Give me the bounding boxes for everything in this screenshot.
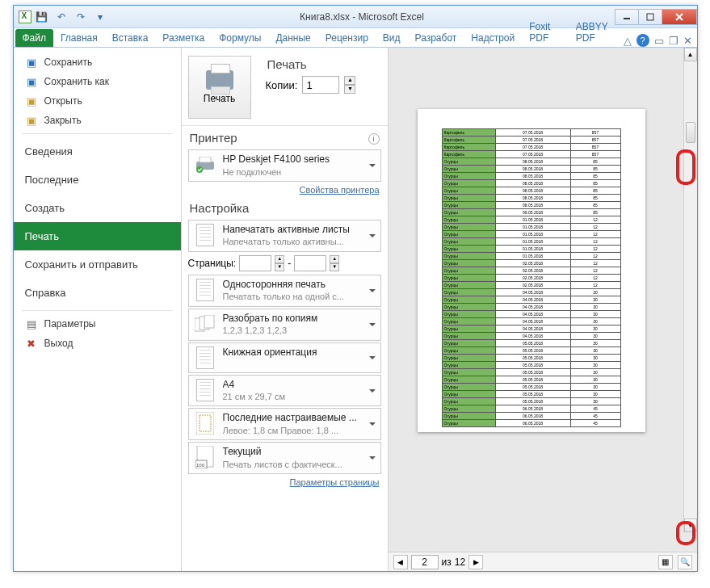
one-side-icon bbox=[194, 279, 216, 301]
nav-item-Создать[interactable]: Создать bbox=[14, 194, 181, 222]
sheets-icon bbox=[194, 224, 216, 246]
total-pages: 12 bbox=[455, 556, 465, 568]
page-to-input[interactable] bbox=[294, 255, 326, 271]
page-from-spinner[interactable]: ▲▼ bbox=[275, 255, 284, 271]
table-row: Огурцы04.05.201830 bbox=[442, 289, 620, 296]
preview-vertical-scrollbar[interactable]: ▲ ▼ bbox=[683, 48, 697, 532]
table-row: Огурцы01.05.201812 bbox=[442, 253, 620, 260]
print-what-selector[interactable]: Напечатать активные листы Напечатать тол… bbox=[188, 220, 381, 252]
ribbon-tab-вид[interactable]: Вид bbox=[376, 29, 408, 47]
portrait-icon bbox=[194, 346, 216, 369]
ribbon-tab-главная[interactable]: Главная bbox=[53, 29, 105, 47]
sides-selector[interactable]: Односторонняя печатьПечатать только на о… bbox=[188, 275, 381, 307]
table-row: Огурцы05.05.201830 bbox=[442, 362, 620, 369]
table-row: Огурцы02.05.201812 bbox=[442, 260, 620, 267]
current-page-input[interactable] bbox=[411, 555, 439, 569]
collate-selector[interactable]: Разобрать по копиям1,2,3 1,2,3 1,2,3 bbox=[188, 309, 381, 341]
nav-open-icon[interactable]: ▣Открыть bbox=[14, 91, 181, 111]
orientation-selector[interactable]: Книжная ориентация bbox=[188, 342, 381, 373]
app-name: Microsoft Excel bbox=[359, 11, 424, 23]
prev-page-button[interactable]: ◀ bbox=[393, 555, 408, 569]
table-row: Огурцы01.05.201812 bbox=[442, 224, 620, 231]
ribbon-tab-вставка[interactable]: Вставка bbox=[105, 29, 156, 47]
nav-item-Сведения[interactable]: Сведения bbox=[14, 137, 181, 166]
table-row: Огурцы05.05.201830 bbox=[442, 369, 620, 376]
table-row: Огурцы05.05.201830 bbox=[442, 340, 620, 347]
qat-redo-button[interactable]: ↷ bbox=[72, 8, 90, 26]
dropdown-arrow-icon bbox=[369, 456, 376, 463]
page-setup-link[interactable]: Параметры страницы bbox=[290, 477, 380, 487]
dropdown-arrow-icon bbox=[369, 323, 376, 330]
nav-options-icon[interactable]: ▤Параметры bbox=[14, 314, 181, 334]
zoom-to-page-button[interactable]: 🔍 bbox=[678, 555, 692, 569]
nav-item-Справка[interactable]: Справка bbox=[14, 279, 181, 307]
maximize-button[interactable] bbox=[638, 9, 662, 25]
ribbon-tab-разметка[interactable]: Разметка bbox=[155, 29, 212, 47]
margins-icon bbox=[194, 412, 216, 435]
table-row: Огурцы05.05.201830 bbox=[442, 398, 620, 405]
mdi-restore-button[interactable]: ❐ bbox=[669, 35, 678, 47]
printer-properties-link[interactable]: Свойства принтера bbox=[300, 185, 380, 195]
ribbon-tab-формулы[interactable]: Формулы bbox=[212, 29, 268, 47]
copies-input[interactable] bbox=[302, 76, 339, 94]
ribbon-tab-рецензир[interactable]: Рецензир bbox=[318, 29, 376, 47]
ribbon-minimize-button[interactable]: △ bbox=[624, 35, 632, 47]
ribbon-tab-файл[interactable]: Файл bbox=[15, 29, 54, 47]
scroll-thumb[interactable] bbox=[686, 122, 695, 143]
printer-section-title: Принтер bbox=[190, 131, 380, 145]
mdi-close-button[interactable]: ✕ bbox=[683, 35, 692, 47]
save-icon: ▣ bbox=[25, 56, 38, 69]
table-row: Огурцы06.05.201845 bbox=[442, 420, 620, 427]
ribbon-tab-разработ[interactable]: Разработ bbox=[408, 29, 464, 47]
ribbon-tab-надстрой[interactable]: Надстрой bbox=[464, 29, 522, 47]
ribbon-tab-данные[interactable]: Данные bbox=[268, 29, 317, 47]
ribbon-tab-foxit pdf[interactable]: Foxit PDF bbox=[522, 18, 569, 47]
quick-access-toolbar: 💾 ↶ ↷ ▾ bbox=[14, 8, 109, 26]
nav-close-file-icon[interactable]: ▣Закрыть bbox=[14, 111, 181, 130]
help-button[interactable]: ? bbox=[636, 34, 649, 47]
qat-undo-button[interactable]: ↶ bbox=[53, 8, 70, 26]
printer-info-icon[interactable]: i bbox=[368, 133, 380, 145]
ribbon-tools: △ ? ▭ ❐ ✕ bbox=[624, 34, 697, 47]
nav-exit-icon[interactable]: ✖Выход bbox=[14, 334, 181, 353]
table-row: Огурцы05.05.201830 bbox=[442, 384, 620, 391]
table-row: Огурцы08.05.201885 bbox=[442, 158, 620, 166]
backstage-view: ▣Сохранить▣Сохранить как▣Открыть▣Закрыть… bbox=[14, 48, 697, 571]
nav-item-Печать[interactable]: Печать bbox=[14, 222, 181, 250]
paper-icon bbox=[194, 379, 216, 401]
dropdown-arrow-icon bbox=[369, 234, 376, 241]
options-icon: ▤ bbox=[25, 317, 38, 330]
dropdown-arrow-icon bbox=[369, 356, 376, 363]
scroll-up-button[interactable]: ▲ bbox=[684, 48, 697, 61]
table-row: Огурцы09.05.201885 bbox=[442, 209, 620, 216]
pages-range: Страницы: ▲▼ - ▲▼ bbox=[188, 255, 381, 271]
dropdown-arrow-icon bbox=[369, 422, 376, 429]
copies-spinner[interactable]: ▲▼ bbox=[344, 76, 355, 94]
printer-selector[interactable]: HP Deskjet F4100 series Не подключен bbox=[188, 149, 381, 182]
app-window: 💾 ↶ ↷ ▾ Книга8.xlsx - Microsoft Excel Фа… bbox=[13, 5, 698, 572]
qat-customize-button[interactable]: ▾ bbox=[91, 8, 109, 26]
svg-rect-1 bbox=[647, 14, 653, 20]
close-button[interactable] bbox=[662, 9, 697, 25]
next-page-button[interactable]: ▶ bbox=[468, 555, 483, 569]
margins-selector[interactable]: Последние настраиваемые ...Левое: 1,8 см… bbox=[188, 408, 381, 440]
mdi-minimize-button[interactable]: ▭ bbox=[654, 35, 664, 47]
scaling-selector[interactable]: 100 ТекущийПечать листов с фактическ... bbox=[188, 442, 381, 474]
paper-size-selector[interactable]: A421 см x 29,7 см bbox=[188, 375, 381, 407]
table-row: Картофель07.05.2018857 bbox=[442, 136, 620, 144]
nav-separator bbox=[22, 310, 173, 311]
show-margins-button[interactable]: ▦ bbox=[658, 555, 673, 569]
svg-point-6 bbox=[196, 166, 203, 173]
page-to-spinner[interactable]: ▲▼ bbox=[330, 255, 339, 271]
nav-save-as-icon[interactable]: ▣Сохранить как bbox=[14, 72, 181, 91]
ribbon-tab-abbyy pdf[interactable]: ABBYY PDF bbox=[569, 18, 624, 47]
nav-item-Сохранить и отправить[interactable]: Сохранить и отправить bbox=[14, 250, 181, 279]
table-row: Картофель07.05.2018857 bbox=[442, 144, 620, 151]
qat-save-button[interactable]: 💾 bbox=[33, 8, 51, 26]
table-row: Огурцы08.05.201885 bbox=[442, 166, 620, 173]
backstage-nav: ▣Сохранить▣Сохранить как▣Открыть▣Закрыть… bbox=[14, 48, 182, 571]
page-from-input[interactable] bbox=[239, 255, 271, 271]
print-button[interactable]: Печать bbox=[188, 56, 251, 119]
nav-save-icon[interactable]: ▣Сохранить bbox=[14, 52, 181, 72]
nav-item-Последние[interactable]: Последние bbox=[14, 166, 181, 194]
